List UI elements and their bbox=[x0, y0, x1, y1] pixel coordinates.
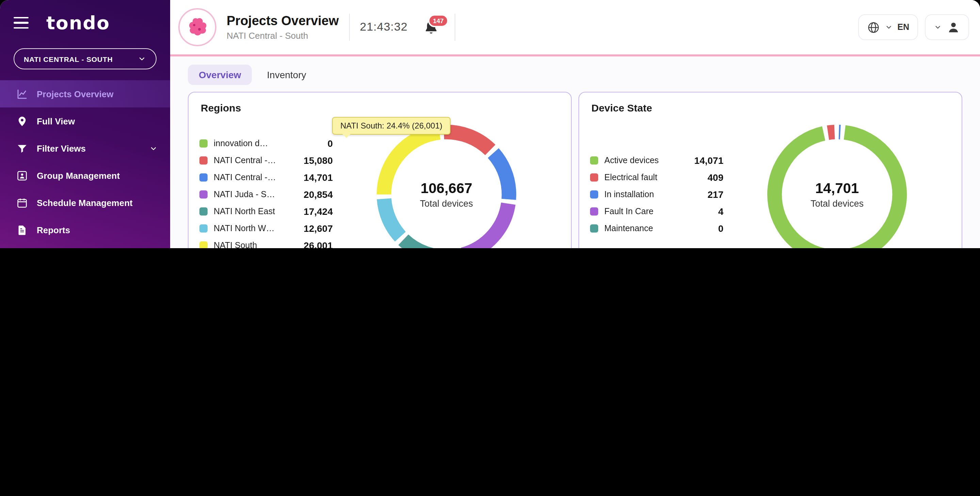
sidebar-item-filter-views[interactable]: Filter Views bbox=[0, 135, 170, 162]
legend-row: Electrical fault409 bbox=[590, 172, 724, 183]
legend-label: NATI Central -… bbox=[214, 173, 295, 182]
legend-row: NATI North W…12,607 bbox=[199, 223, 333, 234]
app-logo: tondo bbox=[46, 12, 110, 33]
legend-swatch bbox=[199, 208, 208, 216]
legend-swatch bbox=[199, 157, 208, 165]
globe-icon bbox=[867, 21, 880, 34]
legend: Active devices14,071Electrical fault409I… bbox=[590, 149, 724, 240]
chevron-down-icon bbox=[137, 54, 146, 63]
tab-inventory[interactable]: Inventory bbox=[256, 65, 317, 85]
notification-badge: 147 bbox=[428, 14, 449, 27]
legend-swatch bbox=[590, 225, 598, 233]
main-area: Projects Overview NATI Central - South 2… bbox=[170, 0, 980, 248]
page-title: Projects Overview bbox=[227, 14, 339, 29]
stage: tondo NATI CENTRAL - SOUTH Projects Over… bbox=[0, 0, 980, 248]
filter-icon bbox=[16, 143, 28, 154]
legend-value: 12,607 bbox=[301, 223, 333, 234]
legend-label: Electrical fault bbox=[605, 173, 686, 182]
chevron-down-icon bbox=[149, 144, 158, 153]
legend: innovation d…0NATI Central -…15,080NATI … bbox=[199, 132, 333, 249]
chevron-down-icon bbox=[885, 23, 892, 31]
legend-value: 0 bbox=[692, 223, 724, 234]
divider bbox=[455, 14, 455, 41]
map-pin-icon bbox=[16, 115, 28, 127]
card-device-state: Device StateActive devices14,071Electric… bbox=[579, 92, 962, 248]
chart-line-icon bbox=[16, 88, 28, 100]
sidebar-item-full-view[interactable]: Full View bbox=[0, 108, 170, 135]
legend-swatch bbox=[199, 242, 208, 249]
sidebar-item-group-management[interactable]: Group Management bbox=[0, 162, 170, 189]
pink-blob-icon bbox=[184, 14, 211, 41]
legend-swatch bbox=[199, 191, 208, 199]
legend-row: Active devices14,071 bbox=[590, 155, 724, 166]
tab-overview[interactable]: Overview bbox=[188, 65, 252, 85]
clock: 21:43:32 bbox=[360, 21, 408, 34]
app-window: tondo NATI CENTRAL - SOUTH Projects Over… bbox=[0, 0, 980, 248]
menu-icon[interactable] bbox=[14, 17, 29, 29]
sidebar-item-label: Schedule Management bbox=[37, 198, 158, 208]
document-icon bbox=[16, 224, 28, 236]
region-selector[interactable]: NATI CENTRAL - SOUTH bbox=[14, 48, 156, 69]
content: OverviewInventory Regionsinnovation d…0N… bbox=[170, 56, 980, 248]
page-subtitle: NATI Central - South bbox=[227, 31, 339, 41]
sidebar-item-reports[interactable]: Reports bbox=[0, 216, 170, 243]
chart-tooltip: NATI South: 24.4% (26,001) bbox=[332, 117, 450, 135]
sidebar-item-projects-overview[interactable]: Projects Overview bbox=[0, 80, 170, 108]
donut-chart[interactable]: 14,701Total devices bbox=[767, 125, 907, 249]
card-title: Device State bbox=[592, 102, 951, 114]
divider bbox=[349, 14, 350, 41]
legend-swatch bbox=[590, 174, 598, 182]
legend-row: Maintenance0 bbox=[590, 223, 724, 234]
legend-swatch bbox=[199, 174, 208, 182]
card-title: Regions bbox=[201, 102, 560, 114]
legend-label: Fault In Care bbox=[605, 207, 686, 217]
legend-row: innovation d…0 bbox=[199, 138, 333, 149]
sidebar-item-label: Group Management bbox=[37, 170, 158, 181]
legend-label: innovation d… bbox=[214, 139, 295, 149]
sidebar-item-alert-management[interactable]: Alert Management bbox=[0, 243, 170, 248]
notifications-button[interactable]: 147 bbox=[418, 17, 444, 38]
chart-area: 14,701Total devices bbox=[724, 114, 951, 248]
legend-label: In installation bbox=[605, 190, 686, 200]
region-selector-label: NATI CENTRAL - SOUTH bbox=[24, 55, 113, 63]
sidebar-item-schedule-management[interactable]: Schedule Management bbox=[0, 189, 170, 216]
legend-value: 14,071 bbox=[692, 155, 724, 166]
legend-swatch bbox=[590, 208, 598, 216]
legend-row: NATI Central -…15,080 bbox=[199, 155, 333, 166]
language-label: EN bbox=[897, 22, 909, 32]
legend-value: 17,424 bbox=[301, 206, 333, 217]
legend-label: NATI Central -… bbox=[214, 156, 295, 166]
user-icon bbox=[947, 21, 960, 34]
legend-label: Maintenance bbox=[605, 224, 686, 233]
legend-row: NATI North East17,424 bbox=[199, 206, 333, 217]
title-block: Projects Overview NATI Central - South bbox=[227, 14, 339, 41]
topbar-right: EN bbox=[858, 14, 969, 40]
legend-value: 15,080 bbox=[301, 155, 333, 166]
legend-value: 217 bbox=[692, 189, 724, 200]
legend-row: NATI Juda - S…20,854 bbox=[199, 189, 333, 200]
user-menu[interactable] bbox=[925, 14, 969, 40]
legend-row: NATI South26,001 bbox=[199, 240, 333, 249]
chart-area: 106,667Total devicesNATI South: 24.4% (2… bbox=[333, 114, 560, 248]
card-regions: Regionsinnovation d…0NATI Central -…15,0… bbox=[188, 92, 572, 248]
tabs: OverviewInventory bbox=[188, 65, 962, 85]
legend-row: Fault In Care4 bbox=[590, 206, 724, 217]
sidebar: tondo NATI CENTRAL - SOUTH Projects Over… bbox=[0, 0, 170, 248]
project-logo bbox=[178, 8, 216, 46]
legend-swatch bbox=[199, 225, 208, 233]
legend-swatch bbox=[199, 140, 208, 148]
card-body: Active devices14,071Electrical fault409I… bbox=[590, 114, 951, 248]
group-icon bbox=[16, 170, 28, 181]
sidebar-item-label: Projects Overview bbox=[37, 89, 158, 99]
legend-value: 0 bbox=[301, 138, 333, 149]
legend-label: Active devices bbox=[605, 156, 686, 166]
language-selector[interactable]: EN bbox=[858, 14, 918, 40]
legend-swatch bbox=[590, 191, 598, 199]
calendar-icon bbox=[16, 197, 28, 208]
sidebar-nav: Projects OverviewFull ViewFilter ViewsGr… bbox=[0, 80, 170, 248]
legend-label: NATI North East bbox=[214, 207, 295, 217]
legend-value: 26,001 bbox=[301, 240, 333, 249]
topbar: Projects Overview NATI Central - South 2… bbox=[170, 0, 980, 56]
legend-label: NATI South bbox=[214, 241, 295, 249]
donut-chart[interactable]: 106,667Total devices bbox=[376, 125, 517, 249]
